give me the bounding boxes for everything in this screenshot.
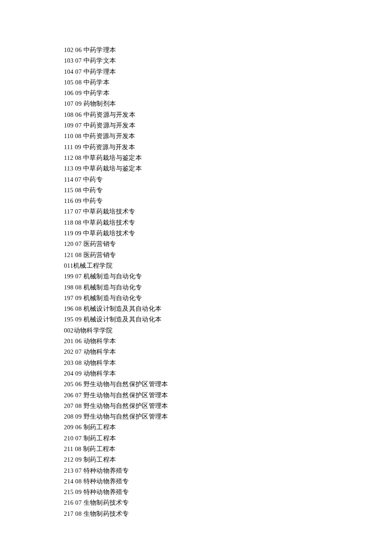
item-code: 215 bbox=[64, 489, 74, 495]
item-year: 08 bbox=[75, 284, 82, 291]
item-year: 09 bbox=[75, 90, 82, 96]
item-code: 205 bbox=[64, 381, 74, 387]
list-item: 214 08 特种动物养殖专 bbox=[64, 476, 392, 487]
list-item: 202 07 动物科学本 bbox=[64, 347, 392, 357]
item-name: 制药工程本 bbox=[84, 424, 116, 431]
item-year: 07 bbox=[75, 467, 82, 474]
item-code: 212 bbox=[64, 456, 74, 463]
item-year: 08 bbox=[75, 510, 82, 517]
item-name: 野生动物与自然保护区管理本 bbox=[84, 381, 168, 387]
item-code: 107 bbox=[64, 100, 74, 107]
item-name: 野生动物与自然保护区管理本 bbox=[84, 402, 168, 409]
list-item: 109 07 中药资源与开发本 bbox=[64, 120, 392, 131]
list-item: 103 07 中药学文本 bbox=[64, 55, 392, 66]
item-year: 09 bbox=[75, 230, 81, 237]
item-code: 198 bbox=[64, 284, 74, 291]
list-item: 102 06 中药学理本 bbox=[64, 45, 392, 55]
item-year: 08 bbox=[75, 79, 82, 86]
list-item: 199 07 机械制造与自动化专 bbox=[64, 271, 392, 282]
list-item: 112 08 中草药栽培与鉴定本 bbox=[64, 153, 392, 163]
item-name: 中草药栽培技术专 bbox=[83, 219, 135, 226]
item-code: 109 bbox=[64, 122, 74, 129]
item-year: 07 bbox=[75, 348, 82, 355]
item-code: 217 bbox=[64, 510, 74, 517]
list-item: 110 08 中药资源与开发本 bbox=[64, 131, 392, 142]
item-year: 06 bbox=[75, 424, 82, 431]
list-item: 207 08 野生动物与自然保护区管理本 bbox=[64, 401, 392, 411]
item-code: 108 bbox=[64, 111, 74, 118]
item-name: 野生动物与自然保护区管理本 bbox=[84, 392, 168, 399]
list-item: 121 08 医药营销专 bbox=[64, 250, 392, 260]
list-item: 118 08 中草药栽培技术专 bbox=[64, 217, 392, 228]
item-code: 201 bbox=[64, 338, 74, 344]
item-name: 动物科学本 bbox=[84, 348, 116, 355]
item-code: 117 bbox=[64, 208, 73, 215]
item-name: 中药专 bbox=[83, 187, 103, 194]
item-year: 07 bbox=[75, 57, 82, 64]
item-year: 06 bbox=[75, 46, 82, 53]
item-code: 208 bbox=[64, 413, 74, 420]
item-year: 09 bbox=[75, 295, 82, 301]
list-item: 210 07 制药工程本 bbox=[64, 433, 392, 444]
item-year: 08 bbox=[75, 133, 81, 139]
item-name: 中药资源与开发本 bbox=[84, 122, 135, 129]
item-name: 制药工程本 bbox=[84, 435, 116, 442]
item-year: 06 bbox=[75, 338, 82, 344]
item-code: 199 bbox=[64, 273, 74, 280]
item-code: 214 bbox=[64, 478, 74, 485]
item-year: 07 bbox=[75, 176, 81, 183]
item-year: 08 bbox=[75, 187, 81, 194]
item-name: 动物科学本 bbox=[84, 359, 116, 366]
item-code: 204 bbox=[64, 370, 74, 377]
item-name: 中药学理本 bbox=[84, 46, 116, 53]
item-code: 114 bbox=[64, 176, 73, 183]
item-code: 110 bbox=[64, 133, 73, 139]
list-item: 117 07 中草药栽培技术专 bbox=[64, 206, 392, 217]
list-item: 195 09 机械设计制造及其自动化本 bbox=[64, 314, 392, 325]
list-item: 196 08 机械设计制造及其自动化本 bbox=[64, 304, 392, 314]
item-code: 119 bbox=[64, 230, 73, 237]
list-item: 115 08 中药专 bbox=[64, 185, 392, 196]
list-item: 120 07 医药营销专 bbox=[64, 239, 392, 249]
item-year: 07 bbox=[75, 499, 82, 506]
item-name: 医药营销专 bbox=[84, 240, 116, 247]
list-item: 104 07 中药学理本 bbox=[64, 66, 392, 77]
list-item: 107 09 药物制剂本 bbox=[64, 98, 392, 109]
list-item: 111 09 中药资源与开发本 bbox=[64, 142, 392, 153]
item-name: 中药学文本 bbox=[84, 57, 116, 64]
item-name: 中草药栽培技术专 bbox=[83, 208, 135, 215]
item-name: 机械设计制造及其自动化本 bbox=[84, 316, 162, 323]
item-code: 113 bbox=[64, 165, 73, 172]
item-code: 102 bbox=[64, 46, 74, 53]
item-year: 07 bbox=[75, 392, 82, 399]
item-name: 特种动物养殖专 bbox=[84, 489, 129, 495]
item-year: 07 bbox=[75, 208, 81, 215]
item-name: 中药资源与开发本 bbox=[83, 133, 135, 139]
item-code: 120 bbox=[64, 240, 74, 247]
item-name: 机械制造与自动化专 bbox=[84, 284, 142, 291]
item-name: 机械制造与自动化专 bbox=[84, 295, 142, 301]
item-name: 中药资源与开发本 bbox=[83, 144, 135, 150]
item-name: 中草药栽培与鉴定本 bbox=[83, 154, 142, 161]
item-name: 制药工程本 bbox=[84, 456, 116, 463]
section-header: 002动物科学学院 bbox=[64, 325, 392, 336]
item-name: 药物制剂本 bbox=[84, 100, 116, 107]
list-item: 114 07 中药专 bbox=[64, 174, 392, 185]
item-year: 08 bbox=[75, 359, 82, 366]
item-year: 08 bbox=[75, 219, 81, 226]
item-name: 生物制药技术专 bbox=[84, 510, 129, 517]
item-year: 06 bbox=[75, 111, 82, 118]
item-name: 中药学本 bbox=[84, 90, 110, 96]
item-code: 195 bbox=[64, 316, 74, 323]
document-page: 102 06 中药学理本103 07 中药学文本104 07 中药学理本105 … bbox=[0, 0, 392, 555]
item-name: 中药学本 bbox=[84, 79, 110, 86]
item-name: 动物科学本 bbox=[84, 370, 116, 377]
item-code: 213 bbox=[64, 467, 74, 474]
list-item: 212 09 制药工程本 bbox=[64, 454, 392, 465]
list-item: 106 09 中药学本 bbox=[64, 88, 392, 98]
item-name: 中草药栽培技术专 bbox=[83, 230, 135, 237]
list-item: 113 09 中草药栽培与鉴定本 bbox=[64, 163, 392, 174]
item-name: 野生动物与自然保护区管理本 bbox=[84, 413, 168, 420]
item-year: 08 bbox=[75, 402, 82, 409]
item-year: 09 bbox=[75, 489, 82, 495]
